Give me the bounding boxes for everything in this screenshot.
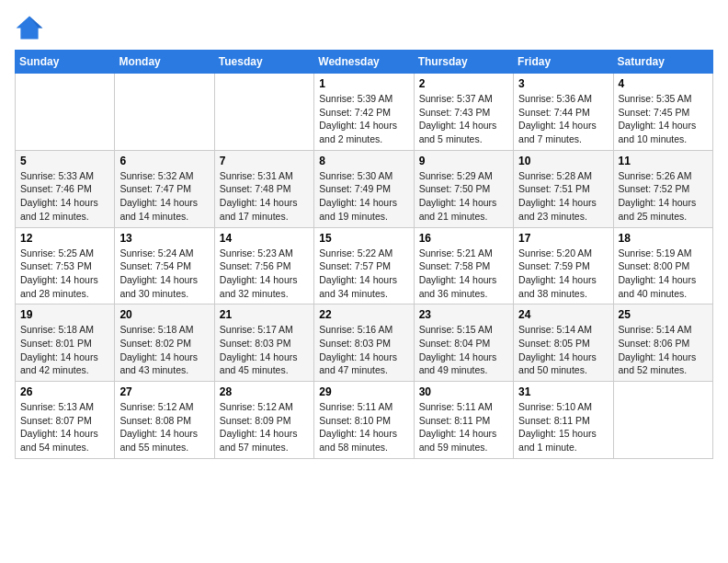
logo-icon [15, 15, 44, 40]
day-number: 8 [319, 155, 408, 167]
day-number: 12 [20, 232, 109, 245]
day-info: Sunrise: 5:14 AMSunset: 8:05 PMDaylight:… [518, 323, 608, 377]
calendar-cell: 22Sunrise: 5:16 AMSunset: 8:03 PMDayligh… [314, 304, 414, 382]
day-number: 13 [119, 232, 209, 245]
day-number: 7 [220, 155, 309, 167]
logo [15, 15, 46, 40]
day-info: Sunrise: 5:11 AMSunset: 8:11 PMDaylight:… [419, 400, 508, 454]
calendar-cell: 27Sunrise: 5:12 AMSunset: 8:08 PMDayligh… [115, 382, 214, 459]
header-row: SundayMondayTuesdayWednesdayThursdayFrid… [16, 51, 713, 74]
calendar-cell: 15Sunrise: 5:22 AMSunset: 7:57 PMDayligh… [314, 227, 414, 304]
day-number: 27 [119, 385, 209, 398]
week-row-4: 19Sunrise: 5:18 AMSunset: 8:01 PMDayligh… [16, 304, 713, 382]
day-header-saturday: Saturday [613, 51, 712, 74]
day-number: 21 [220, 308, 309, 321]
calendar-cell: 8Sunrise: 5:30 AMSunset: 7:49 PMDaylight… [314, 150, 414, 227]
day-number: 31 [518, 385, 608, 398]
day-info: Sunrise: 5:12 AMSunset: 8:08 PMDaylight:… [119, 400, 209, 454]
day-info: Sunrise: 5:39 AMSunset: 7:42 PMDaylight:… [319, 92, 408, 146]
day-number: 22 [319, 308, 408, 321]
day-info: Sunrise: 5:30 AMSunset: 7:49 PMDaylight:… [319, 169, 408, 224]
calendar-cell: 3Sunrise: 5:36 AMSunset: 7:44 PMDaylight… [514, 74, 613, 151]
day-info: Sunrise: 5:11 AMSunset: 8:10 PMDaylight:… [319, 400, 408, 454]
day-info: Sunrise: 5:29 AMSunset: 7:50 PMDaylight:… [419, 169, 508, 224]
day-number: 29 [319, 385, 408, 398]
day-info: Sunrise: 5:37 AMSunset: 7:43 PMDaylight:… [419, 92, 508, 146]
day-header-thursday: Thursday [414, 51, 513, 74]
calendar-cell [16, 74, 115, 151]
day-info: Sunrise: 5:13 AMSunset: 8:07 PMDaylight:… [20, 400, 109, 454]
day-number: 9 [419, 155, 508, 167]
day-number: 11 [619, 155, 708, 167]
day-header-wednesday: Wednesday [314, 51, 414, 74]
calendar-cell: 23Sunrise: 5:15 AMSunset: 8:04 PMDayligh… [414, 304, 513, 382]
day-info: Sunrise: 5:14 AMSunset: 8:06 PMDaylight:… [619, 323, 708, 377]
calendar-cell: 14Sunrise: 5:23 AMSunset: 7:56 PMDayligh… [214, 227, 313, 304]
day-number: 24 [518, 308, 608, 321]
day-info: Sunrise: 5:36 AMSunset: 7:44 PMDaylight:… [518, 92, 608, 146]
day-info: Sunrise: 5:31 AMSunset: 7:48 PMDaylight:… [220, 169, 309, 224]
calendar-cell: 5Sunrise: 5:33 AMSunset: 7:46 PMDaylight… [16, 150, 115, 227]
calendar-cell [115, 74, 214, 151]
day-number: 28 [220, 385, 309, 398]
day-info: Sunrise: 5:18 AMSunset: 8:02 PMDaylight:… [119, 323, 209, 377]
calendar-cell: 11Sunrise: 5:26 AMSunset: 7:52 PMDayligh… [613, 150, 712, 227]
calendar-cell: 26Sunrise: 5:13 AMSunset: 8:07 PMDayligh… [16, 382, 115, 459]
calendar-cell: 2Sunrise: 5:37 AMSunset: 7:43 PMDaylight… [414, 74, 513, 151]
day-number: 17 [518, 232, 608, 245]
day-number: 1 [319, 77, 408, 90]
day-number: 20 [119, 308, 209, 321]
calendar-cell: 31Sunrise: 5:10 AMSunset: 8:11 PMDayligh… [514, 382, 613, 459]
day-header-friday: Friday [514, 51, 613, 74]
calendar-table: SundayMondayTuesdayWednesdayThursdayFrid… [15, 50, 713, 459]
calendar-cell: 24Sunrise: 5:14 AMSunset: 8:05 PMDayligh… [514, 304, 613, 382]
calendar-cell [214, 74, 313, 151]
calendar-cell: 7Sunrise: 5:31 AMSunset: 7:48 PMDaylight… [214, 150, 313, 227]
calendar-cell: 13Sunrise: 5:24 AMSunset: 7:54 PMDayligh… [115, 227, 214, 304]
page-header [15, 15, 713, 40]
calendar-cell: 10Sunrise: 5:28 AMSunset: 7:51 PMDayligh… [514, 150, 613, 227]
day-number: 23 [419, 308, 508, 321]
day-number: 25 [619, 308, 708, 321]
day-info: Sunrise: 5:12 AMSunset: 8:09 PMDaylight:… [220, 400, 309, 454]
week-row-3: 12Sunrise: 5:25 AMSunset: 7:53 PMDayligh… [16, 227, 713, 304]
day-info: Sunrise: 5:17 AMSunset: 8:03 PMDaylight:… [220, 323, 309, 377]
day-number: 18 [619, 232, 708, 245]
day-info: Sunrise: 5:21 AMSunset: 7:58 PMDaylight:… [419, 247, 508, 301]
calendar-cell: 28Sunrise: 5:12 AMSunset: 8:09 PMDayligh… [214, 382, 313, 459]
week-row-2: 5Sunrise: 5:33 AMSunset: 7:46 PMDaylight… [16, 150, 713, 227]
day-info: Sunrise: 5:22 AMSunset: 7:57 PMDaylight:… [319, 247, 408, 301]
day-info: Sunrise: 5:35 AMSunset: 7:45 PMDaylight:… [619, 92, 708, 146]
day-number: 6 [119, 155, 209, 167]
calendar-cell: 29Sunrise: 5:11 AMSunset: 8:10 PMDayligh… [314, 382, 414, 459]
day-number: 2 [419, 77, 508, 90]
day-header-monday: Monday [115, 51, 214, 74]
calendar-cell: 17Sunrise: 5:20 AMSunset: 7:59 PMDayligh… [514, 227, 613, 304]
day-info: Sunrise: 5:18 AMSunset: 8:01 PMDaylight:… [20, 323, 109, 377]
day-info: Sunrise: 5:32 AMSunset: 7:47 PMDaylight:… [119, 169, 209, 224]
calendar-cell [613, 382, 712, 459]
calendar-cell: 21Sunrise: 5:17 AMSunset: 8:03 PMDayligh… [214, 304, 313, 382]
day-header-tuesday: Tuesday [214, 51, 313, 74]
day-number: 4 [619, 77, 708, 90]
day-number: 15 [319, 232, 408, 245]
day-header-sunday: Sunday [16, 51, 115, 74]
day-number: 3 [518, 77, 608, 90]
calendar-cell: 9Sunrise: 5:29 AMSunset: 7:50 PMDaylight… [414, 150, 513, 227]
calendar-cell: 16Sunrise: 5:21 AMSunset: 7:58 PMDayligh… [414, 227, 513, 304]
calendar-cell: 12Sunrise: 5:25 AMSunset: 7:53 PMDayligh… [16, 227, 115, 304]
week-row-1: 1Sunrise: 5:39 AMSunset: 7:42 PMDaylight… [16, 74, 713, 151]
calendar-cell: 19Sunrise: 5:18 AMSunset: 8:01 PMDayligh… [16, 304, 115, 382]
day-info: Sunrise: 5:24 AMSunset: 7:54 PMDaylight:… [119, 247, 209, 301]
day-info: Sunrise: 5:15 AMSunset: 8:04 PMDaylight:… [419, 323, 508, 377]
day-number: 19 [20, 308, 109, 321]
day-info: Sunrise: 5:33 AMSunset: 7:46 PMDaylight:… [20, 169, 109, 224]
day-info: Sunrise: 5:25 AMSunset: 7:53 PMDaylight:… [20, 247, 109, 301]
day-info: Sunrise: 5:10 AMSunset: 8:11 PMDaylight:… [518, 400, 608, 454]
day-info: Sunrise: 5:23 AMSunset: 7:56 PMDaylight:… [220, 247, 309, 301]
calendar-cell: 25Sunrise: 5:14 AMSunset: 8:06 PMDayligh… [613, 304, 712, 382]
calendar-cell: 1Sunrise: 5:39 AMSunset: 7:42 PMDaylight… [314, 74, 414, 151]
day-info: Sunrise: 5:19 AMSunset: 8:00 PMDaylight:… [619, 247, 708, 301]
calendar-cell: 18Sunrise: 5:19 AMSunset: 8:00 PMDayligh… [613, 227, 712, 304]
day-number: 5 [20, 155, 109, 167]
